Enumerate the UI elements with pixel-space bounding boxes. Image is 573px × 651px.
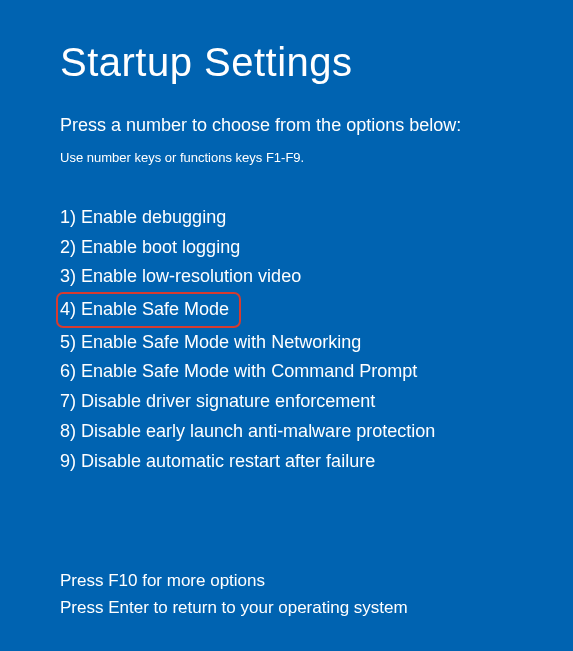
option-label: 6 (60, 361, 70, 381)
option-text: Enable boot logging (81, 237, 240, 257)
option-5[interactable]: 5) Enable Safe Mode with Networking (60, 328, 513, 358)
footer: Press F10 for more options Press Enter t… (60, 568, 408, 621)
option-text: Disable early launch anti-malware protec… (81, 421, 435, 441)
option-text: Enable Safe Mode with Command Prompt (81, 361, 417, 381)
option-4[interactable]: 4) Enable Safe Mode (56, 292, 241, 328)
hint-text: Use number keys or functions keys F1-F9. (60, 150, 513, 165)
option-label: 9 (60, 451, 70, 471)
startup-options-list: 1) Enable debugging 2) Enable boot loggi… (60, 203, 513, 476)
option-text: Enable debugging (81, 207, 226, 227)
option-text: Disable driver signature enforcement (81, 391, 375, 411)
option-8[interactable]: 8) Disable early launch anti-malware pro… (60, 417, 513, 447)
option-text: Disable automatic restart after failure (81, 451, 375, 471)
option-label: 5 (60, 332, 70, 352)
footer-return: Press Enter to return to your operating … (60, 595, 408, 621)
instruction-text: Press a number to choose from the option… (60, 115, 513, 136)
option-1[interactable]: 1) Enable debugging (60, 203, 513, 233)
option-3[interactable]: 3) Enable low-resolution video (60, 262, 513, 292)
page-title: Startup Settings (60, 40, 513, 85)
option-9[interactable]: 9) Disable automatic restart after failu… (60, 447, 513, 477)
option-7[interactable]: 7) Disable driver signature enforcement (60, 387, 513, 417)
option-label: 1 (60, 207, 70, 227)
option-6[interactable]: 6) Enable Safe Mode with Command Prompt (60, 357, 513, 387)
option-label: 3 (60, 266, 70, 286)
option-label: 4 (60, 299, 70, 319)
option-text: Enable Safe Mode (81, 299, 229, 319)
footer-more-options: Press F10 for more options (60, 568, 408, 594)
option-label: 7 (60, 391, 70, 411)
option-text: Enable low-resolution video (81, 266, 301, 286)
option-text: Enable Safe Mode with Networking (81, 332, 361, 352)
option-label: 2 (60, 237, 70, 257)
option-label: 8 (60, 421, 70, 441)
option-2[interactable]: 2) Enable boot logging (60, 233, 513, 263)
